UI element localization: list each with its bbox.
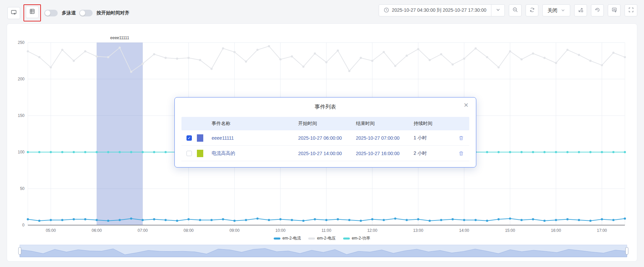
data-point[interactable] (268, 219, 270, 221)
data-point[interactable] (486, 56, 488, 58)
data-point[interactable] (256, 49, 258, 51)
data-point[interactable] (348, 219, 350, 221)
data-point[interactable] (38, 56, 40, 58)
data-point[interactable] (38, 151, 40, 153)
data-point[interactable] (612, 151, 614, 153)
fullscreen-button[interactable] (625, 4, 637, 16)
data-point[interactable] (521, 151, 523, 153)
data-point[interactable] (589, 60, 591, 62)
data-point[interactable] (314, 53, 316, 55)
data-point[interactable] (475, 47, 477, 49)
data-point[interactable] (222, 218, 224, 220)
data-point[interactable] (302, 220, 304, 222)
data-point[interactable] (624, 217, 626, 219)
data-point[interactable] (73, 151, 75, 153)
data-point[interactable] (509, 217, 511, 219)
data-point[interactable] (383, 51, 385, 53)
data-point[interactable] (268, 45, 270, 47)
data-point[interactable] (107, 56, 109, 58)
data-point[interactable] (486, 220, 488, 222)
data-point[interactable] (279, 218, 281, 220)
data-point[interactable] (589, 151, 591, 153)
data-point[interactable] (360, 57, 362, 59)
data-point[interactable] (210, 219, 212, 221)
multi-lane-toggle[interactable] (44, 10, 58, 16)
data-point[interactable] (589, 220, 591, 222)
data-point[interactable] (521, 58, 523, 60)
data-point[interactable] (199, 59, 201, 61)
row-checkbox[interactable] (186, 151, 192, 156)
close-select[interactable]: 关闭 (542, 4, 570, 16)
data-point[interactable] (187, 57, 190, 59)
data-point[interactable] (371, 60, 373, 62)
data-point[interactable] (567, 49, 569, 51)
data-point[interactable] (429, 59, 431, 61)
row-checkbox[interactable]: ✓ (186, 135, 192, 141)
data-point[interactable] (107, 220, 109, 222)
close-icon[interactable]: ✕ (464, 102, 469, 108)
data-point[interactable] (417, 218, 419, 220)
data-point[interactable] (543, 220, 545, 222)
data-point[interactable] (233, 51, 235, 53)
data-point[interactable] (475, 219, 477, 221)
data-point[interactable] (96, 219, 98, 221)
data-point[interactable] (543, 57, 545, 59)
data-point[interactable] (165, 219, 167, 221)
data-point[interactable] (73, 60, 75, 62)
data-point[interactable] (417, 48, 419, 50)
data-point[interactable] (371, 218, 373, 220)
data-point[interactable] (153, 53, 155, 55)
data-point[interactable] (383, 219, 385, 221)
date-range-main[interactable]: 2025-10-27 04:30:00 到 2025-10-27 17:30:0… (379, 7, 491, 14)
data-point[interactable] (27, 50, 29, 52)
data-point[interactable] (245, 60, 247, 62)
data-point[interactable] (440, 219, 442, 221)
data-point[interactable] (567, 151, 569, 153)
data-point[interactable] (233, 220, 235, 222)
date-range-picker[interactable]: 2025-10-27 04:30:00 到 2025-10-27 17:30:0… (379, 4, 505, 16)
data-point[interactable] (130, 151, 132, 153)
data-point[interactable] (601, 218, 603, 220)
data-point[interactable] (119, 47, 121, 49)
data-point[interactable] (130, 71, 132, 73)
data-point[interactable] (555, 151, 557, 153)
data-point[interactable] (187, 218, 190, 220)
data-point[interactable] (578, 219, 580, 221)
data-point[interactable] (84, 50, 86, 52)
event-table-button[interactable] (26, 6, 39, 18)
data-point[interactable] (176, 58, 178, 60)
data-point[interactable] (210, 68, 212, 70)
trash-icon[interactable] (459, 151, 464, 156)
data-point[interactable] (325, 61, 327, 63)
data-point[interactable] (302, 66, 304, 68)
data-point[interactable] (497, 218, 499, 220)
data-point[interactable] (486, 151, 488, 153)
data-point[interactable] (555, 219, 557, 221)
event-mark-area[interactable] (97, 43, 143, 225)
data-point[interactable] (142, 151, 144, 153)
data-point[interactable] (314, 218, 316, 220)
data-point[interactable] (256, 217, 258, 219)
data-point[interactable] (509, 151, 511, 153)
data-point[interactable] (50, 66, 52, 68)
data-point[interactable] (27, 151, 29, 153)
data-point[interactable] (497, 151, 499, 153)
data-point[interactable] (142, 63, 144, 65)
data-point[interactable] (119, 151, 121, 153)
resize-button[interactable] (574, 4, 587, 16)
data-point[interactable] (245, 219, 247, 221)
legend-item-em-2-功率[interactable]: em-2-功率 (343, 236, 370, 241)
data-point[interactable] (440, 53, 442, 55)
data-point[interactable] (394, 65, 396, 67)
datazoom-handle[interactable] (18, 247, 21, 255)
data-point[interactable] (532, 218, 534, 220)
trash-icon[interactable] (459, 135, 464, 141)
history-button[interactable] (591, 4, 604, 16)
datazoom-handle[interactable] (626, 247, 628, 255)
data-point[interactable] (406, 55, 408, 57)
data-point[interactable] (337, 50, 339, 52)
data-point[interactable] (497, 66, 499, 68)
data-point[interactable] (50, 219, 52, 221)
event-name[interactable]: eeee11111 (212, 135, 298, 141)
data-point[interactable] (337, 218, 339, 220)
